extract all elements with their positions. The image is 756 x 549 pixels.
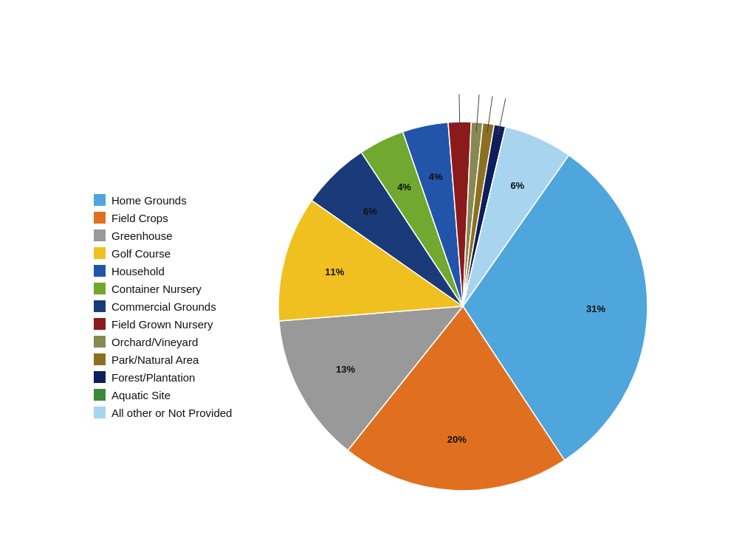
legend-color-swatch (94, 353, 106, 365)
legend-item: Greenhouse (94, 229, 256, 242)
legend-label: Home Grounds (111, 194, 187, 207)
legend-color-swatch (94, 212, 106, 224)
legend-label: All other or Not Provided (111, 407, 232, 419)
legend-label: Household (111, 265, 165, 277)
slice-label-1: 20% (447, 434, 467, 445)
legend-item: Field Grown Nursery (94, 318, 256, 331)
legend-item: Aquatic Site (94, 389, 256, 401)
legend-label: Orchard/Vineyard (111, 336, 198, 348)
slice-label-6: 4% (429, 171, 443, 182)
legend-color-swatch (94, 194, 106, 206)
legend-label: Commercial Grounds (111, 300, 216, 313)
legend-label: Greenhouse (111, 229, 173, 242)
legend-label: Field Crops (111, 212, 168, 224)
legend-label: Aquatic Site (111, 389, 171, 401)
legend-item: Field Crops (94, 212, 256, 224)
legend-label: Forest/Plantation (111, 371, 195, 384)
legend-item: Golf Course (94, 247, 256, 260)
slice-label-4: 6% (363, 206, 377, 217)
legend-item: Orchard/Vineyard (94, 336, 256, 348)
pie-chart: 31%20%13%11%6%4%4%2%1%1%1%6% (256, 92, 670, 505)
legend-color-swatch (94, 265, 106, 277)
slice-label-12: 6% (510, 180, 524, 191)
legend-color-swatch (94, 318, 106, 330)
legend-color-swatch (94, 247, 106, 259)
legend-label: Container Nursery (111, 283, 202, 295)
legend-color-swatch (94, 389, 106, 401)
legend-label: Golf Course (111, 247, 171, 260)
legend-item: Home Grounds (94, 194, 256, 207)
slice-label-3: 11% (325, 266, 344, 277)
legend-color-swatch (94, 229, 106, 241)
slice-label-2: 13% (336, 364, 355, 375)
legend-item: All other or Not Provided (94, 407, 256, 419)
legend-item: Forest/Plantation (94, 371, 256, 384)
slice-label-5: 4% (397, 182, 411, 193)
legend-label: Park/Natural Area (111, 353, 199, 366)
legend-item: Park/Natural Area (94, 353, 256, 366)
legend-color-swatch (94, 300, 106, 312)
legend-color-swatch (94, 283, 106, 294)
legend-color-swatch (94, 336, 106, 348)
legend-label: Field Grown Nursery (111, 318, 213, 331)
legend-item: Container Nursery (94, 283, 256, 295)
legend-item: Household (94, 265, 256, 277)
legend-color-swatch (94, 407, 106, 418)
slice-label-0: 31% (586, 303, 605, 314)
legend-color-swatch (94, 371, 106, 383)
chart-area: Home GroundsField CropsGreenhouseGolf Co… (0, 49, 756, 549)
chart-legend: Home GroundsField CropsGreenhouseGolf Co… (86, 194, 256, 419)
legend-item: Commercial Grounds (94, 300, 256, 313)
